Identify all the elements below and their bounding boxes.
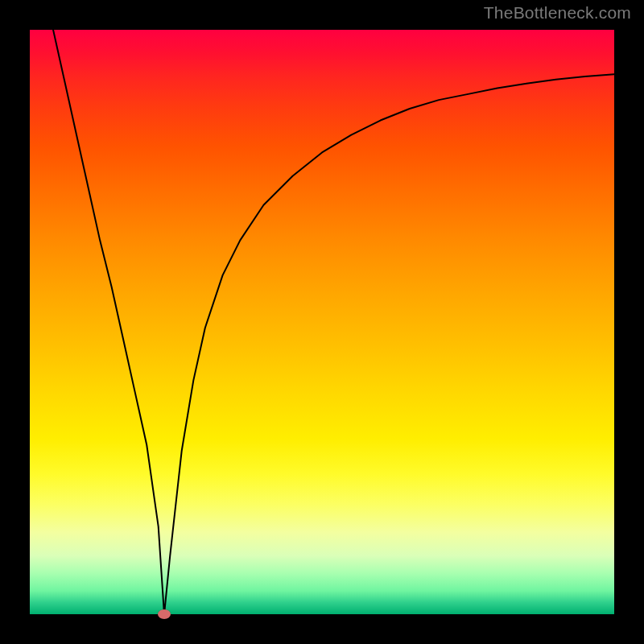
watermark-text: TheBottleneck.com — [484, 3, 631, 23]
bottleneck-curve-path — [53, 30, 614, 614]
chart-frame: TheBottleneck.com — [0, 0, 644, 644]
optimal-point-marker — [158, 609, 171, 619]
curve-svg — [30, 30, 614, 614]
plot-area — [30, 30, 614, 614]
